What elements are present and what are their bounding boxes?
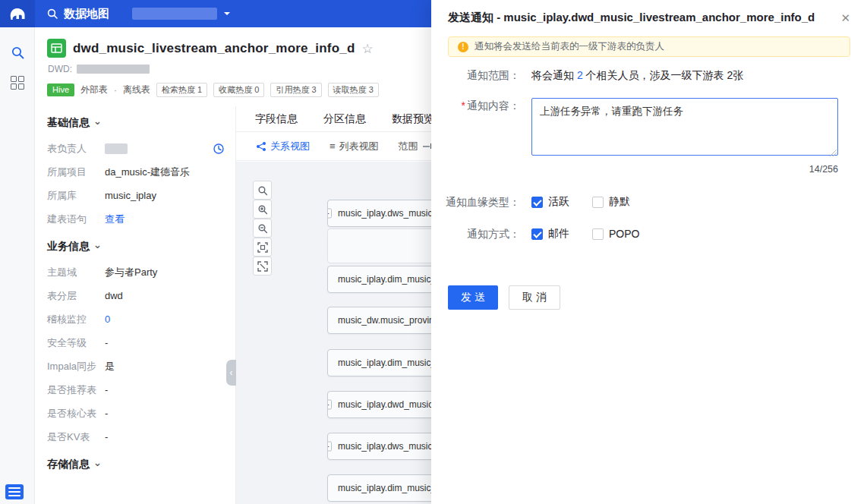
lineage-node[interactable]: + music_iplay.dws_music_li: [327, 433, 431, 460]
table-type-tag: 外部表: [80, 83, 108, 96]
tab-partitions[interactable]: 分区信息: [323, 112, 366, 126]
app-title[interactable]: 数据地图: [46, 7, 109, 21]
view-toggle-row: 关系视图 ≡ 列表视图 范围: [236, 132, 431, 161]
close-icon[interactable]: ✕: [840, 12, 850, 24]
list-view-toggle[interactable]: ≡ 列表视图: [329, 140, 379, 153]
table-mode-tag: 离线表: [123, 83, 150, 96]
app-root: 数据地图: [0, 0, 867, 504]
section-storage-info-label: 存储信息: [47, 458, 90, 471]
panel-collapse-handle[interactable]: ‹: [226, 360, 236, 386]
relation-view-toggle[interactable]: 关系视图: [256, 140, 310, 153]
checkbox-popo[interactable]: [592, 228, 604, 240]
table-icon: [47, 39, 66, 58]
owner-history-button[interactable]: [213, 143, 225, 159]
info-value: 参与者Party: [105, 265, 157, 280]
chevron-down-icon: [224, 12, 230, 18]
rail-search-button[interactable]: [9, 44, 26, 61]
chevron-left-icon: ‹: [230, 367, 233, 378]
option-email[interactable]: 邮件: [531, 227, 569, 241]
node-expand-icon[interactable]: +: [327, 442, 332, 452]
node-expand-icon[interactable]: +: [327, 400, 332, 410]
checkbox-silent[interactable]: [592, 197, 604, 208]
lineage-node[interactable]: music_iplay.dim_music_l: [327, 266, 431, 293]
info-value: 是: [105, 359, 115, 374]
graph-search-button[interactable]: [253, 181, 272, 200]
favorite-star-icon[interactable]: ☆: [362, 43, 374, 55]
info-label: 安全等级: [47, 335, 105, 351]
range-slider[interactable]: [423, 143, 431, 149]
option-silent-label: 静默: [609, 195, 630, 209]
fit-view-button[interactable]: [253, 238, 272, 257]
history-clock-icon: [213, 143, 225, 155]
info-value: -: [105, 383, 108, 398]
rail-catalog-toggle[interactable]: [5, 484, 24, 499]
info-row-kv: 是否KV表 -: [47, 430, 225, 445]
char-count: 14/256: [431, 164, 838, 175]
view-ddl-link[interactable]: 查看: [105, 212, 125, 227]
option-silent[interactable]: 静默: [592, 195, 630, 209]
search-icon: [11, 46, 25, 60]
zoom-in-button[interactable]: [253, 200, 272, 219]
list-view-label: 列表视图: [339, 140, 379, 153]
info-label: Impala同步: [47, 359, 105, 374]
section-business-info[interactable]: 业务信息 ⌄: [47, 239, 225, 254]
lineage-node[interactable]: + music_iplay.dws_music_li: [327, 200, 431, 227]
rail-dashboard-button[interactable]: [9, 74, 26, 91]
info-row-recommended: 是否推荐表 -: [47, 383, 225, 398]
checkbox-email[interactable]: [531, 228, 543, 240]
info-panel: 基础信息 ⌄ 表负责人 所属项目 da_music-建德音乐 所属库 music…: [35, 106, 235, 504]
redacted-owner: [105, 143, 128, 154]
audit-monitor-link[interactable]: 0: [105, 312, 110, 327]
content-textarea-wrap: 上游任务异常，请重跑下游任务: [531, 98, 838, 158]
node-expand-icon[interactable]: +: [327, 209, 332, 219]
section-basic-info[interactable]: 基础信息 ⌄: [47, 115, 225, 131]
info-row-subject: 主题域 参与者Party: [47, 265, 225, 280]
lineage-options: 活跃 静默: [531, 195, 630, 209]
info-label: 是否核心表: [47, 406, 105, 421]
notification-content-input[interactable]: 上游任务异常，请重跑下游任务: [531, 98, 838, 156]
notice-banner: ! 通知将会发送给当前表的一级下游表的负责人: [448, 36, 850, 57]
caret-down-icon: ⌄: [93, 459, 102, 467]
send-button[interactable]: 发 送: [448, 285, 498, 310]
tab-fields[interactable]: 字段信息: [255, 112, 298, 126]
project-selector[interactable]: [132, 8, 230, 20]
checkbox-active[interactable]: [531, 197, 543, 208]
info-label: 表负责人: [47, 141, 105, 156]
relation-view-label: 关系视图: [270, 140, 310, 153]
info-row-security: 安全等级 -: [47, 335, 225, 351]
fullscreen-icon: [257, 261, 268, 272]
heat-tag-favorite: 收藏热度 0: [213, 83, 264, 97]
node-label: music_iplay.dim_music_l: [338, 483, 431, 493]
info-value: da_music-建德音乐: [105, 165, 190, 180]
info-label: 所属库: [47, 188, 105, 203]
grid-icon: [11, 76, 24, 90]
lineage-node[interactable]: music_iplay.dim_music_l: [327, 474, 431, 502]
zoom-out-button[interactable]: [253, 219, 272, 238]
redacted-path: [77, 65, 150, 74]
table-tags-row: Hive 外部表 · 离线表 检索热度 1 收藏热度 0 引用热度 3 读取热度…: [47, 83, 431, 97]
fullscreen-button[interactable]: [253, 257, 272, 276]
app-logo[interactable]: [0, 0, 35, 27]
cancel-button[interactable]: 取 消: [509, 285, 560, 310]
dialog-actions: 发 送 取 消: [448, 285, 867, 310]
lineage-node[interactable]: music_iplay.dim_music_l: [327, 349, 431, 376]
heat-tag-reference: 引用热度 3: [270, 83, 321, 97]
table-header: dwd_music_livestream_anchor_more_info_d …: [35, 27, 431, 106]
tab-data-preview[interactable]: 数据预览: [392, 112, 431, 126]
info-label: 稽核监控: [47, 312, 105, 327]
zoom-out-icon: [257, 223, 268, 234]
node-label: music_iplay.dwd_music_li: [338, 399, 431, 410]
lineage-node[interactable]: music_dw.music_province: [327, 307, 431, 334]
lineage-graph-canvas[interactable]: + music_iplay.dws_music_li music_iplay.d…: [236, 162, 431, 504]
node-label: music_iplay.dws_music_li: [338, 208, 431, 219]
table-path-row: DWD:: [48, 64, 431, 74]
lineage-node[interactable]: + music_iplay.dwd_music_li: [327, 391, 431, 418]
dialog-header: 发送通知 - music_iplay.dwd_music_livestream_…: [431, 0, 867, 35]
info-label: 所属项目: [47, 165, 105, 180]
app-title-text: 数据地图: [64, 7, 109, 21]
scope-count: 2: [577, 69, 583, 81]
option-popo[interactable]: POPO: [592, 228, 639, 240]
option-active[interactable]: 活跃: [531, 195, 569, 209]
section-storage-info[interactable]: 存储信息 ⌄: [47, 457, 225, 472]
info-row-owner: 表负责人: [47, 141, 225, 156]
